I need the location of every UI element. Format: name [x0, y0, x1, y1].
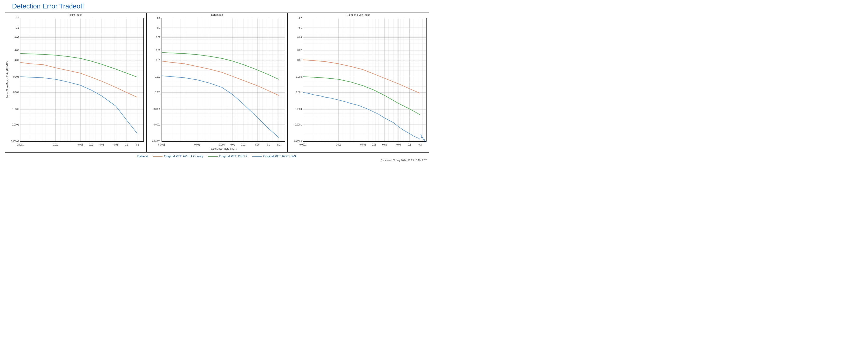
svg-text:0.003: 0.003	[13, 76, 19, 78]
svg-text:0.01: 0.01	[298, 59, 302, 61]
svg-text:0.0001: 0.0001	[17, 143, 24, 146]
legend-label-0: Original PFT: AZ+LA County	[164, 155, 203, 158]
svg-text:0.1: 0.1	[408, 143, 411, 146]
svg-text:0.02: 0.02	[382, 143, 387, 146]
legend-line-2	[252, 156, 262, 157]
svg-text:0.001: 0.001	[13, 91, 19, 94]
chart-left-index: Left Index	[146, 12, 288, 152]
svg-text:0.0001: 0.0001	[12, 123, 19, 126]
svg-text:False Match Rate (FMR): False Match Rate (FMR)	[210, 147, 237, 150]
svg-text:0.00003: 0.00003	[11, 140, 19, 143]
svg-text:0.2: 0.2	[299, 17, 302, 19]
svg-text:0.1: 0.1	[157, 26, 160, 29]
svg-text:0.2: 0.2	[157, 17, 160, 19]
legend-line-0	[153, 156, 162, 157]
svg-text:0.005: 0.005	[361, 143, 366, 146]
chart-title-right-left-index: Right and Left Index	[288, 13, 429, 16]
svg-text:0.005: 0.005	[78, 143, 83, 146]
svg-text:0.01: 0.01	[156, 59, 160, 61]
page-container: Detection Error Tradeoff Right Index	[0, 0, 434, 181]
svg-text:0.001: 0.001	[194, 143, 200, 146]
legend-label-1: Original PFT: DHS 2	[219, 155, 247, 158]
svg-text:0.0001: 0.0001	[158, 143, 165, 146]
chart-svg-right-left-index: 0.2 0.1 0.05 0.02 0.01 0.003 0.001 0.000…	[288, 13, 429, 152]
svg-text:0.02: 0.02	[298, 49, 302, 52]
svg-text:0.01: 0.01	[372, 143, 376, 146]
svg-text:0.05: 0.05	[14, 36, 19, 38]
svg-text:0.001: 0.001	[296, 91, 302, 94]
chart-svg-right-index: 0.2 0.1 0.05 0.02 0.01 0.003 0.001 0.000…	[5, 13, 146, 152]
svg-rect-87	[161, 18, 285, 141]
chart-title-left-index: Left Index	[147, 13, 288, 16]
svg-text:0.0003: 0.0003	[153, 108, 160, 111]
svg-text:0.00003: 0.00003	[152, 140, 160, 143]
svg-text:0.2: 0.2	[418, 143, 422, 146]
svg-text:0.02: 0.02	[156, 49, 160, 52]
svg-text:0.003: 0.003	[155, 76, 160, 78]
svg-text:0.2: 0.2	[136, 143, 139, 146]
svg-text:0.003: 0.003	[296, 76, 302, 78]
footer-text: Generated 07 July 2024, 10:29:13 AM EDT	[5, 159, 427, 162]
svg-text:0.05: 0.05	[397, 143, 401, 146]
svg-text:0.001: 0.001	[53, 143, 58, 146]
svg-text:0.01: 0.01	[14, 59, 19, 61]
svg-text:0.1: 0.1	[125, 143, 128, 146]
svg-text:0.001: 0.001	[336, 143, 341, 146]
legend-area: Dataset Original PFT: AZ+LA County Origi…	[5, 155, 429, 158]
legend-item-2: Original PFT: POE+BVA	[252, 155, 297, 158]
svg-text:0.02: 0.02	[14, 49, 19, 52]
svg-text:0.1: 0.1	[299, 26, 302, 29]
legend-item-0: Original PFT: AZ+LA County	[153, 155, 203, 158]
charts-row: Right Index	[5, 12, 429, 152]
chart-right-left-index: Right and Left Index	[288, 12, 429, 152]
svg-text:0.005: 0.005	[219, 143, 224, 146]
svg-text:0.2: 0.2	[16, 17, 19, 19]
svg-text:0.05: 0.05	[255, 143, 259, 146]
chart-right-index: Right Index	[5, 12, 146, 152]
legend-label-2: Original PFT: POE+BVA	[263, 155, 297, 158]
svg-text:0.01: 0.01	[230, 143, 235, 146]
svg-text:False Non-Match Rate (FNMR): False Non-Match Rate (FNMR)	[6, 61, 9, 99]
svg-text:0.02: 0.02	[100, 143, 104, 146]
svg-text:0.05: 0.05	[298, 36, 302, 38]
svg-text:0.1: 0.1	[16, 26, 19, 29]
svg-text:0.1: 0.1	[267, 143, 270, 146]
svg-text:0.00003: 0.00003	[294, 140, 302, 143]
svg-text:0.05: 0.05	[114, 143, 118, 146]
svg-text:0.01: 0.01	[89, 143, 93, 146]
svg-rect-170	[303, 18, 427, 141]
svg-text:0.2: 0.2	[277, 143, 280, 146]
legend-dataset-label: Dataset	[137, 155, 148, 158]
legend-line-1	[208, 156, 218, 157]
svg-text:0.0001: 0.0001	[153, 123, 160, 126]
svg-text:0.05: 0.05	[156, 36, 160, 38]
svg-text:0.0003: 0.0003	[295, 108, 302, 111]
page-title: Detection Error Tradeoff	[12, 2, 429, 10]
chart-svg-left-index: 0.2 0.1 0.05 0.02 0.01 0.003 0.001 0.000…	[147, 13, 288, 152]
legend-item-1: Original PFT: DHS 2	[208, 155, 247, 158]
svg-text:0.0003: 0.0003	[12, 108, 19, 111]
svg-text:0.02: 0.02	[241, 143, 245, 146]
chart-title-right-index: Right Index	[5, 13, 146, 16]
svg-text:0.0001: 0.0001	[295, 123, 302, 126]
svg-rect-0	[20, 18, 144, 141]
svg-text:0.0001: 0.0001	[300, 143, 307, 146]
svg-text:0.001: 0.001	[155, 91, 160, 94]
